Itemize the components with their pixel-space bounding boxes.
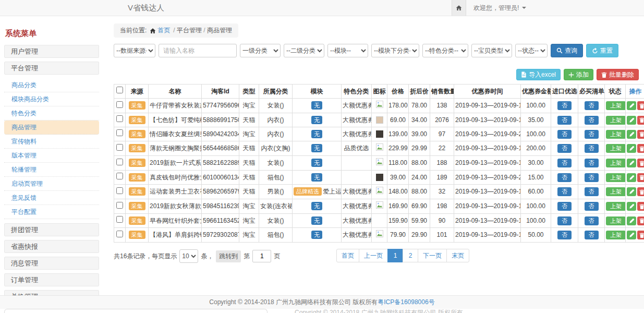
sidebar-group-订单管理[interactable]: 订单管理 [4,273,99,286]
sidebar-item-商品分类[interactable]: 商品分类 [4,78,99,92]
must-buy-toggle[interactable]: 否 [585,101,599,110]
delete-button[interactable] [637,130,644,139]
import-excel-button[interactable]: 导入excel [516,69,561,80]
delete-button[interactable] [637,101,644,110]
edit-button[interactable] [627,116,636,125]
sidebar-group-用户管理[interactable]: 用户管理 [4,45,99,58]
import-select-toggle[interactable]: 否 [557,231,572,239]
reset-button[interactable]: 重置 [586,44,618,57]
edit-button[interactable] [627,130,636,139]
home-button[interactable] [452,0,466,16]
filter-feature-category-select[interactable]: --特色分类-- [422,44,468,57]
pager-首页[interactable]: 首页 [336,249,359,262]
edit-button[interactable] [627,216,636,225]
select-all-checkbox[interactable] [116,87,123,93]
sidebar-item-模块商品分类[interactable]: 模块商品分类 [4,92,99,106]
status-toggle[interactable]: 上架 [606,187,626,196]
import-select-toggle[interactable]: 否 [557,144,572,153]
status-toggle[interactable]: 上架 [606,159,626,167]
delete-button[interactable] [637,202,644,211]
search-button[interactable]: 查询 [551,44,583,57]
import-select-toggle[interactable]: 否 [557,159,572,167]
filter-module-select[interactable]: --模块-- [327,44,368,57]
pager-上一页[interactable]: 上一页 [359,249,388,262]
must-buy-toggle[interactable]: 否 [585,159,599,167]
sidebar-group-省惠快报[interactable]: 省惠快报 [4,240,99,253]
delete-button[interactable] [637,173,644,182]
edit-button[interactable] [627,101,636,110]
status-toggle[interactable]: 上架 [606,231,626,239]
status-toggle[interactable]: 上架 [606,173,626,182]
jump-page-input[interactable] [252,250,271,262]
row-checkbox[interactable] [116,202,123,209]
row-checkbox[interactable] [116,101,123,108]
row-checkbox[interactable] [116,173,123,179]
sidebar-group-拼团管理[interactable]: 拼团管理 [4,223,99,236]
sidebar-group-消息管理[interactable]: 消息管理 [4,257,99,270]
delete-button[interactable] [637,216,644,225]
must-buy-toggle[interactable]: 否 [585,144,599,153]
status-toggle[interactable]: 上架 [606,202,626,211]
pager-末页[interactable]: 末页 [446,249,469,262]
filter-data-source-select[interactable]: --数据来源-- [114,44,155,57]
delete-button[interactable] [637,187,644,196]
row-checkbox[interactable] [116,159,123,165]
breadcrumb-home-link[interactable]: 首页 [150,26,170,35]
sidebar-item-版本管理[interactable]: 版本管理 [4,149,99,163]
row-checkbox[interactable] [116,144,123,151]
sidebar-item-意见反馈[interactable]: 意见反馈 [4,191,99,205]
edit-button[interactable] [627,187,636,196]
import-select-toggle[interactable]: 否 [557,187,572,196]
sidebar-item-特色分类[interactable]: 特色分类 [4,106,99,121]
page-size-select[interactable]: 10 [179,249,198,263]
sidebar-group-兑换管理[interactable]: 兑换管理 [4,290,99,295]
import-select-toggle[interactable]: 否 [557,130,572,139]
status-toggle[interactable]: 上架 [606,116,626,125]
sidebar-item-商品管理[interactable]: 商品管理 [4,121,99,135]
sidebar-item-启动页管理[interactable]: 启动页管理 [4,177,99,191]
filter-module-subcategory-select[interactable]: --模块下分类-- [371,44,419,57]
import-select-toggle[interactable]: 否 [557,173,572,182]
jump-button[interactable]: 跳转到 [216,250,241,262]
edit-button[interactable] [627,173,636,182]
import-select-toggle[interactable]: 否 [557,202,572,211]
delete-button[interactable] [637,159,644,167]
status-toggle[interactable]: 上架 [606,216,626,225]
edit-button[interactable] [627,202,636,211]
must-buy-toggle[interactable]: 否 [585,216,599,225]
user-menu[interactable]: 欢迎您，管理员! [466,0,533,16]
row-checkbox[interactable] [116,187,123,194]
row-checkbox[interactable] [116,115,123,122]
delete-button[interactable] [637,116,644,125]
sidebar-group-平台管理[interactable]: 平台管理 [4,62,99,75]
must-buy-toggle[interactable]: 否 [585,130,599,139]
sidebar-item-轮播管理[interactable]: 轮播管理 [4,163,99,177]
edit-button[interactable] [627,231,636,239]
status-toggle[interactable]: 上架 [606,130,626,139]
import-select-toggle[interactable]: 否 [557,116,572,125]
import-select-toggle[interactable]: 否 [557,101,572,110]
must-buy-toggle[interactable]: 否 [585,187,599,196]
must-buy-toggle[interactable]: 否 [585,173,599,182]
filter-level1-category-select[interactable]: 一级分类 [240,44,281,57]
pager-下一页[interactable]: 下一页 [418,249,447,262]
status-toggle[interactable]: 上架 [606,144,626,153]
edit-button[interactable] [627,144,636,153]
icp-link[interactable]: 粤ICP备16098006号 [378,298,434,307]
sidebar-item-宣传物料[interactable]: 宣传物料 [4,135,99,149]
status-toggle[interactable]: 上架 [606,101,626,110]
row-checkbox[interactable] [116,129,123,136]
delete-button[interactable] [637,144,644,153]
must-buy-toggle[interactable]: 否 [585,231,599,239]
pager-2[interactable]: 2 [403,249,418,262]
pager-1[interactable]: 1 [387,249,403,262]
filter-status-select[interactable]: --状态-- [515,44,548,57]
batch-delete-button[interactable]: 批量删除 [597,69,639,80]
filter-item-type-select[interactable]: --宝贝类型-- [471,44,512,57]
sidebar-item-平台配置[interactable]: 平台配置 [4,205,99,219]
import-select-toggle[interactable]: 否 [557,216,572,225]
row-checkbox[interactable] [116,216,123,223]
add-button[interactable]: 添加 [564,69,593,80]
delete-button[interactable] [637,231,644,239]
edit-button[interactable] [627,159,636,167]
